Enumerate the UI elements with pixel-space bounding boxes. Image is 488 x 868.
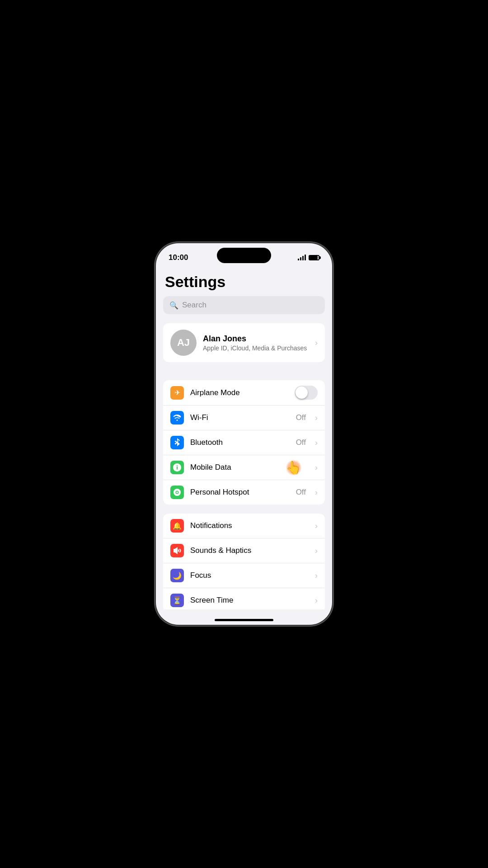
connectivity-section: ✈ Airplane Mode Wi-Fi Off › [163,380,325,505]
screen-time-chevron-icon: › [315,596,318,605]
notifications-chevron-icon: › [315,521,318,531]
profile-card: AJ Alan Jones Apple ID, iCloud, Media & … [163,323,325,362]
personal-hotspot-label: Personal Hotspot [190,488,290,497]
personal-hotspot-icon [170,486,184,499]
profile-name: Alan Jones [203,334,309,344]
home-indicator [215,619,273,621]
screen-time-icon: ⏳ [170,594,184,607]
bluetooth-label: Bluetooth [190,438,290,447]
airplane-mode-icon: ✈ [170,386,184,400]
battery-icon [309,255,319,260]
focus-label: Focus [190,571,309,580]
airplane-mode-row[interactable]: ✈ Airplane Mode [163,380,325,405]
notifications-icon: 🔔 [170,519,184,533]
wifi-value: Off [296,413,306,422]
wifi-chevron-icon: › [315,413,318,423]
notifications-row[interactable]: 🔔 Notifications › [163,514,325,538]
focus-row[interactable]: 🌙 Focus › [163,563,325,588]
search-icon: 🔍 [169,301,178,310]
dynamic-island [217,248,271,263]
bluetooth-value: Off [296,438,306,447]
sounds-haptics-chevron-icon: › [315,546,318,556]
click-indicator: 👆 [286,460,301,475]
sounds-haptics-label: Sounds & Haptics [190,546,309,555]
bluetooth-row[interactable]: Bluetooth Off › [163,430,325,455]
mobile-data-row[interactable]: Mobile Data 👆 › [163,455,325,480]
airplane-mode-toggle[interactable] [295,386,318,400]
bluetooth-icon [170,436,184,449]
sounds-haptics-row[interactable]: Sounds & Haptics › [163,538,325,563]
sounds-haptics-icon [170,544,184,557]
focus-icon: 🌙 [170,569,184,582]
profile-subtitle: Apple ID, iCloud, Media & Purchases [203,344,309,352]
search-bar[interactable]: 🔍 Search [163,296,325,314]
personal-hotspot-row[interactable]: Personal Hotspot Off › [163,480,325,505]
signal-bars-icon [298,255,306,260]
settings-content: Settings 🔍 Search AJ Alan Jones Apple ID… [156,266,332,609]
profile-info: Alan Jones Apple ID, iCloud, Media & Pur… [203,334,309,352]
search-placeholder: Search [182,301,206,310]
status-icons [298,255,319,260]
page-title: Settings [163,273,325,291]
notifications-label: Notifications [190,521,309,530]
personal-hotspot-chevron-icon: › [315,488,318,497]
wifi-label: Wi-Fi [190,413,290,422]
screen-time-label: Screen Time [190,596,309,605]
screen-time-row[interactable]: ⏳ Screen Time › [163,588,325,609]
profile-row[interactable]: AJ Alan Jones Apple ID, iCloud, Media & … [163,323,325,362]
personal-hotspot-value: Off [296,488,306,497]
status-time: 10:00 [169,253,188,262]
focus-chevron-icon: › [315,571,318,580]
wifi-icon [170,411,184,425]
avatar: AJ [170,330,197,356]
bluetooth-chevron-icon: › [315,438,318,448]
mobile-data-icon [170,461,184,474]
airplane-mode-label: Airplane Mode [190,388,288,397]
phone-frame: 10:00 Settings 🔍 Search AJ [156,243,332,625]
wifi-row[interactable]: Wi-Fi Off › [163,405,325,430]
profile-chevron-icon: › [315,338,318,348]
system-section: 🔔 Notifications › Sounds & Haptics › 🌙 F… [163,514,325,609]
mobile-data-chevron-icon: › [315,463,318,472]
